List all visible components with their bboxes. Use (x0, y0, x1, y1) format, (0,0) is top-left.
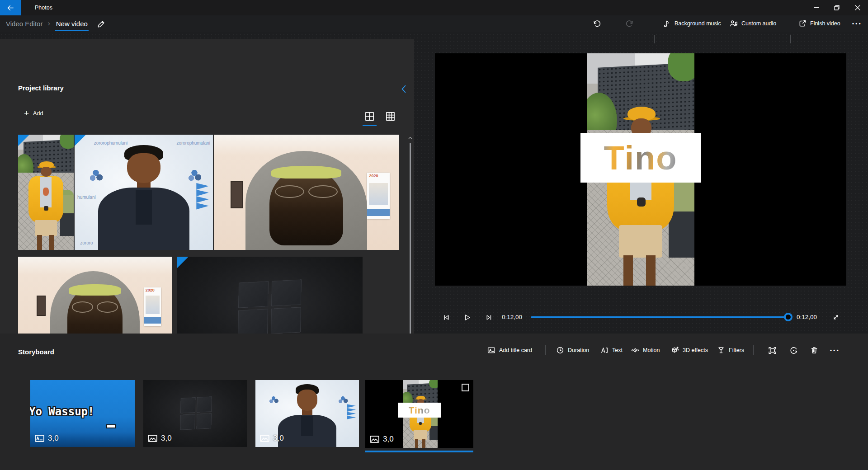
clip-duration: 3,0 (48, 434, 59, 443)
image-icon (148, 435, 157, 442)
grid-small-icon (386, 112, 395, 121)
title-card-text: Yo Wassup! (30, 405, 94, 418)
redo-icon (625, 19, 634, 28)
storyboard-clip-suit-interview[interactable]: 3,0 (255, 380, 359, 447)
background-music-label: Background music (675, 20, 721, 27)
calendar-year-text: 2020 (369, 174, 378, 178)
redo-button[interactable] (620, 15, 638, 32)
backdrop-text: zororophumulani (176, 141, 210, 146)
aspect-ratio-button[interactable] (764, 343, 780, 358)
minimize-button[interactable] (806, 0, 826, 15)
undo-button[interactable] (588, 15, 606, 32)
photos-video-editor-app: Photos Video Editor › New video (0, 0, 868, 470)
restore-button[interactable] (826, 0, 847, 15)
clip-checkbox[interactable] (462, 384, 469, 391)
storyboard-clip-title-card[interactable]: Yo Wassup! 3,0 (30, 380, 135, 447)
command-separator (654, 35, 655, 43)
video-preview: Tino (435, 53, 846, 286)
background-music-button[interactable]: Background music (663, 15, 721, 32)
collapse-panel-icon (401, 85, 406, 93)
library-thumb-outdoor-portrait[interactable] (18, 135, 74, 250)
clip-meta: 3,0 (260, 434, 284, 443)
finish-video-button[interactable]: Finish video (798, 15, 840, 32)
project-library-panel: Project library + Add (0, 39, 414, 334)
fullscreen-icon (832, 314, 840, 321)
custom-audio-button[interactable]: Custom audio (730, 15, 776, 32)
photo-outdoor-portrait (18, 135, 74, 250)
add-title-card-button[interactable]: Add title card (487, 343, 532, 358)
storyboard-more-button[interactable]: ••• (826, 343, 844, 358)
delete-icon (810, 346, 818, 354)
current-time: 0:12,00 (502, 314, 522, 320)
add-title-card-label: Add title card (499, 347, 532, 353)
previous-frame-button[interactable] (439, 310, 454, 325)
aspect-icon (768, 346, 777, 355)
breadcrumb-chevron-icon: › (47, 19, 50, 28)
total-time: 0:12,00 (797, 314, 817, 320)
rename-project-button[interactable] (96, 19, 107, 29)
text-button[interactable]: Text (600, 343, 623, 358)
title-card-icon (35, 435, 44, 442)
collapse-panel-button[interactable] (398, 83, 410, 95)
selected-clip-underline (365, 451, 473, 452)
motion-button[interactable]: Motion (631, 343, 660, 358)
close-button[interactable] (847, 0, 868, 15)
filters-label: Filters (729, 347, 744, 353)
storyboard-toolbar: Add title card Duration Text (0, 343, 868, 358)
finish-video-icon (798, 19, 807, 28)
more-options-button[interactable]: ••• (849, 15, 865, 32)
backdrop-text: zororo (80, 240, 93, 245)
background-music-icon (663, 19, 671, 28)
duration-label: Duration (568, 347, 589, 353)
view-toggle-underline (363, 125, 377, 126)
library-scrollbar[interactable] (406, 135, 414, 359)
filters-icon (717, 346, 725, 354)
clip-meta: 3,0 (148, 434, 172, 443)
storyboard-clip-outdoor-tino[interactable]: Tino 3,0 (365, 380, 473, 448)
photo-hoodie-webcam: 2020 (214, 135, 399, 250)
rotate-button[interactable] (785, 343, 802, 358)
play-button[interactable] (459, 310, 475, 325)
breadcrumb-video-editor[interactable]: Video Editor (6, 20, 42, 28)
next-frame-button[interactable] (481, 310, 496, 325)
toolbar-separator (753, 345, 754, 355)
seek-slider-handle[interactable] (784, 313, 793, 321)
view-large-grid-button[interactable] (361, 109, 378, 123)
fullscreen-button[interactable] (828, 310, 844, 325)
rotate-icon (789, 346, 798, 355)
text-icon (600, 346, 609, 354)
add-media-button[interactable]: + Add (24, 110, 43, 117)
duration-button[interactable]: Duration (556, 343, 589, 358)
seek-slider[interactable] (531, 316, 788, 318)
backdrop-text: humulani (77, 195, 96, 200)
motion-label: Motion (643, 347, 660, 353)
3d-effects-button[interactable]: 3D effects (671, 343, 708, 358)
next-frame-icon (485, 314, 493, 321)
filters-button[interactable]: Filters (717, 343, 744, 358)
close-icon (855, 5, 860, 10)
duration-icon (556, 346, 564, 354)
library-thumb-suit-interview[interactable]: zororophumulani zororophumulani humulani… (75, 135, 213, 250)
scroll-up-icon[interactable] (406, 135, 414, 141)
custom-audio-label: Custom audio (741, 20, 776, 27)
view-small-grid-button[interactable] (382, 109, 399, 123)
text-label: Text (612, 347, 623, 353)
library-thumb-hoodie-webcam[interactable]: 2020 (214, 135, 399, 250)
back-button[interactable] (0, 0, 21, 15)
title-card-icon (487, 346, 495, 354)
clip-frame: Tino 3,0 (365, 380, 473, 448)
title-overlay-card: Tino (580, 133, 701, 183)
delete-button[interactable] (806, 343, 822, 358)
restore-icon (834, 5, 840, 10)
plus-icon: + (24, 110, 29, 117)
storyboard-clip-windows-logo[interactable]: 3,0 (143, 380, 247, 447)
title-overlay-text: Tino (604, 139, 678, 177)
clip-meta: 3,0 (370, 435, 394, 444)
3d-effects-icon (671, 346, 679, 354)
clip-duration: 3,0 (383, 435, 394, 444)
back-icon (7, 4, 14, 12)
scrollbar-track[interactable] (410, 143, 411, 351)
toolbar-separator (545, 345, 546, 355)
titlebar: Photos (0, 0, 868, 15)
project-title-underline (55, 30, 89, 31)
